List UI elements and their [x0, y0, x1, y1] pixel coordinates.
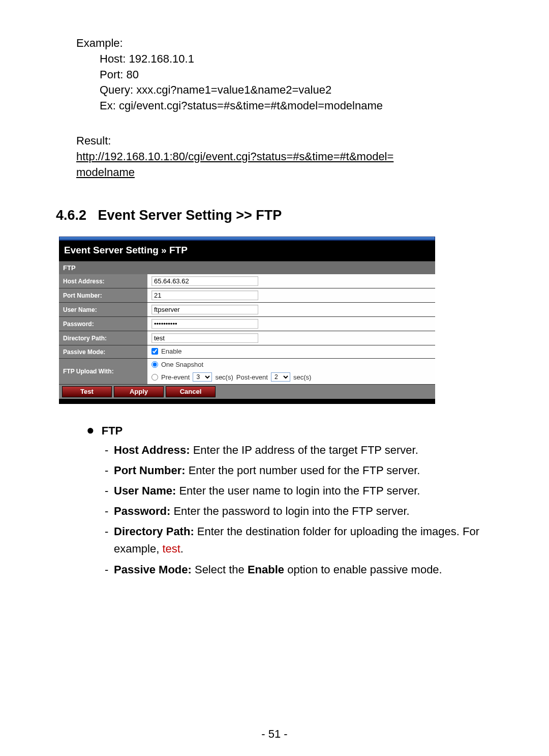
- label-user: User Name:: [59, 303, 147, 317]
- cancel-button[interactable]: Cancel: [166, 386, 216, 397]
- descr-item-passive: Passive Mode: Select the Enable option t…: [105, 561, 493, 578]
- apply-button[interactable]: Apply: [114, 386, 164, 397]
- descr-item-dir: Directory Path: Enter the destination fo…: [105, 523, 493, 558]
- example-query: Query: xxx.cgi?name1=value1&name2=value2: [100, 82, 493, 98]
- port-number-input[interactable]: [151, 290, 258, 300]
- section-title: Event Server Setting >> FTP: [98, 208, 282, 223]
- post-event-label: Post-event: [236, 373, 268, 381]
- passive-mode-enable-label: Enable: [161, 347, 181, 355]
- descr-item-port: Port Number: Enter the port number used …: [105, 462, 493, 479]
- label-host: Host Address:: [59, 274, 147, 288]
- ftp-settings-panel: Event Server Setting » FTP FTP Host Addr…: [59, 237, 435, 404]
- post-event-select[interactable]: 2: [271, 372, 290, 382]
- ftp-description: ● FTP Host Address: Enter the IP address…: [86, 422, 493, 578]
- radio-one-snapshot[interactable]: [151, 361, 158, 368]
- pre-secs-label: sec(s): [215, 373, 233, 381]
- bullet-icon: ●: [86, 423, 95, 437]
- user-name-input[interactable]: [151, 305, 258, 314]
- panel-heading: Event Server Setting » FTP: [59, 241, 435, 261]
- section-heading: 4.6.2 Event Server Setting >> FTP: [56, 208, 493, 223]
- row-host: Host Address:: [59, 274, 435, 288]
- example-ex: Ex: cgi/event.cgi?status=#s&time=#t&mode…: [100, 98, 493, 114]
- row-directory: Directory Path:: [59, 331, 435, 345]
- pre-event-select[interactable]: 3: [193, 372, 212, 382]
- post-secs-label: sec(s): [293, 373, 311, 381]
- example-port: Port: 80: [100, 67, 493, 83]
- descr-item-host: Host Address: Enter the IP address of th…: [105, 442, 493, 459]
- label-upload: FTP Upload With:: [59, 359, 147, 385]
- row-port: Port Number:: [59, 288, 435, 303]
- row-password: Password:: [59, 317, 435, 331]
- test-button[interactable]: Test: [62, 386, 112, 397]
- example-label: Example:: [76, 36, 493, 51]
- directory-path-input[interactable]: [151, 333, 258, 343]
- label-port: Port Number:: [59, 288, 147, 303]
- section-number: 4.6.2: [56, 208, 86, 223]
- pre-event-label: Pre-event: [161, 373, 190, 381]
- password-input[interactable]: [151, 319, 258, 329]
- example-host: Host: 192.168.10.1: [100, 51, 493, 67]
- row-passive: Passive Mode: Enable: [59, 345, 435, 359]
- label-dir: Directory Path:: [59, 331, 147, 345]
- row-upload: FTP Upload With: One Snapshot Pre-event: [59, 359, 435, 385]
- row-user: User Name:: [59, 303, 435, 317]
- example-block: Example: Host: 192.168.10.1 Port: 80 Que…: [76, 36, 493, 180]
- passive-mode-checkbox[interactable]: [151, 348, 158, 355]
- host-address-input[interactable]: [151, 276, 258, 286]
- result-label: Result:: [76, 133, 493, 149]
- one-snapshot-label: One Snapshot: [161, 361, 203, 368]
- window-title-bar: [59, 237, 435, 241]
- result-url: http://192.168.10.1:80/cgi/event.cgi?sta…: [76, 150, 393, 179]
- page-number: - 51 -: [0, 728, 549, 741]
- descr-heading: FTP: [102, 422, 123, 440]
- button-bar: Test Apply Cancel: [59, 385, 435, 399]
- panel-section-ftp: FTP: [59, 261, 435, 274]
- radio-pre-post-event[interactable]: [151, 374, 158, 381]
- label-pass: Password:: [59, 317, 147, 331]
- ftp-form-table: Host Address: Port Number: User Name: Pa…: [59, 274, 435, 385]
- label-passive: Passive Mode:: [59, 345, 147, 359]
- descr-item-user: User Name: Enter the user name to login …: [105, 482, 493, 500]
- descr-item-pass: Password: Enter the password to login in…: [105, 503, 493, 520]
